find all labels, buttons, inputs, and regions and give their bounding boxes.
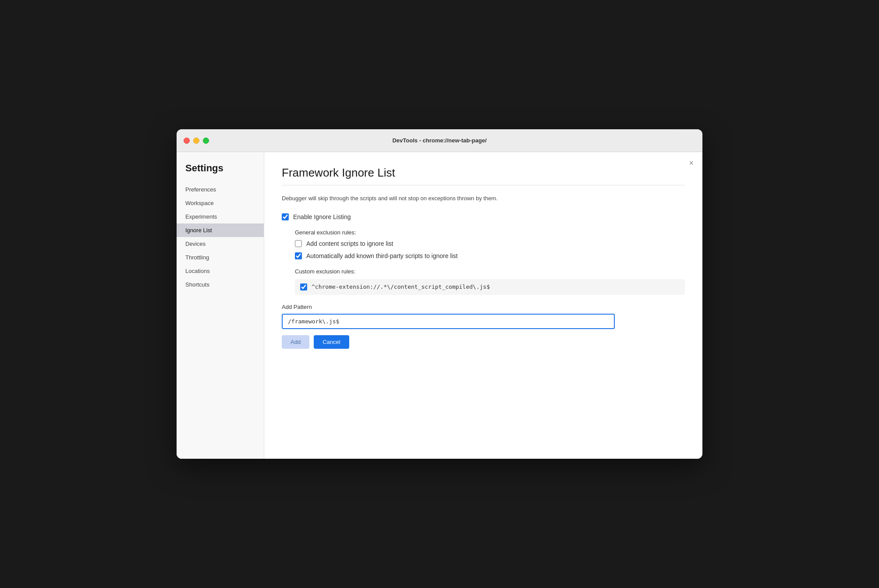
custom-exclusion-label: Custom exclusion rules: xyxy=(295,268,685,275)
window-title: DevTools - chrome://new-tab-page/ xyxy=(392,137,486,144)
enable-ignore-listing-checkbox[interactable] xyxy=(282,213,289,220)
general-exclusion-section: General exclusion rules: Add content scr… xyxy=(282,229,685,259)
traffic-lights xyxy=(184,138,209,144)
section-divider xyxy=(282,185,685,185)
general-exclusion-label: General exclusion rules: xyxy=(295,229,685,236)
close-button[interactable]: × xyxy=(689,159,694,167)
devtools-window: DevTools - chrome://new-tab-page/ Settin… xyxy=(177,129,702,459)
auto-add-third-party-label[interactable]: Automatically add known third-party scri… xyxy=(306,252,457,259)
cancel-button[interactable]: Cancel xyxy=(314,335,349,349)
add-button[interactable]: Add xyxy=(282,335,309,349)
sidebar-item-workspace[interactable]: Workspace xyxy=(177,196,264,210)
add-content-scripts-label[interactable]: Add content scripts to ignore list xyxy=(306,240,393,247)
add-content-scripts-row: Add content scripts to ignore list xyxy=(295,240,685,247)
sidebar-item-locations[interactable]: Locations xyxy=(177,264,264,278)
pattern-input[interactable] xyxy=(282,314,615,329)
auto-add-third-party-checkbox[interactable] xyxy=(295,252,302,259)
add-pattern-label: Add Pattern xyxy=(282,304,685,310)
custom-rule-checkbox[interactable] xyxy=(300,283,307,290)
maximize-traffic-light[interactable] xyxy=(203,138,209,144)
sidebar-heading: Settings xyxy=(177,163,264,183)
custom-rule-label: ^chrome-extension://.*\/content_script_c… xyxy=(312,283,490,290)
add-pattern-section: Add Pattern Add Cancel xyxy=(282,304,685,349)
sidebar-item-ignore-list[interactable]: Ignore List xyxy=(177,223,264,237)
custom-rule-row: ^chrome-extension://.*\/content_script_c… xyxy=(295,279,685,295)
custom-exclusion-section: Custom exclusion rules: ^chrome-extensio… xyxy=(282,268,685,295)
sidebar: Settings Preferences Workspace Experimen… xyxy=(177,152,264,459)
close-traffic-light[interactable] xyxy=(184,138,190,144)
sidebar-item-throttling[interactable]: Throttling xyxy=(177,251,264,264)
enable-ignore-listing-label[interactable]: Enable Ignore Listing xyxy=(293,213,351,220)
add-content-scripts-checkbox[interactable] xyxy=(295,240,302,247)
titlebar: DevTools - chrome://new-tab-page/ xyxy=(177,129,702,152)
sidebar-item-shortcuts[interactable]: Shortcuts xyxy=(177,278,264,291)
sidebar-item-devices[interactable]: Devices xyxy=(177,237,264,251)
button-row: Add Cancel xyxy=(282,335,685,349)
sidebar-item-experiments[interactable]: Experiments xyxy=(177,210,264,223)
page-title: Framework Ignore List xyxy=(282,166,685,180)
minimize-traffic-light[interactable] xyxy=(193,138,199,144)
window-body: Settings Preferences Workspace Experimen… xyxy=(177,152,702,459)
enable-ignore-listing-row: Enable Ignore Listing xyxy=(282,213,685,220)
auto-add-third-party-row: Automatically add known third-party scri… xyxy=(295,252,685,259)
main-content: × Framework Ignore List Debugger will sk… xyxy=(264,152,702,459)
sidebar-item-preferences[interactable]: Preferences xyxy=(177,183,264,196)
page-description: Debugger will skip through the scripts a… xyxy=(282,194,685,203)
